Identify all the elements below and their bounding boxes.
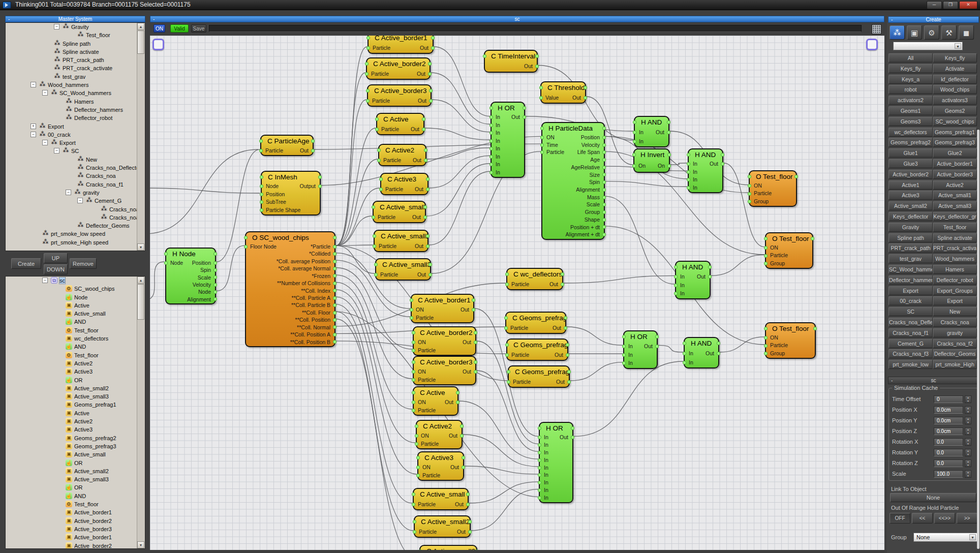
tree-item-New[interactable]: ⁂New <box>6 156 145 164</box>
input-port[interactable] <box>687 178 690 181</box>
input-port[interactable] <box>415 442 418 446</box>
tree-item-SC_Wood_hammers[interactable]: −⁂SC_Wood_hammers <box>6 89 145 97</box>
on-button[interactable]: ON <box>154 24 165 33</box>
create-button-Cracks_noa_f2[interactable]: Cracks_noa_f2 <box>933 339 977 348</box>
tree-item-label[interactable]: Active_border1 <box>74 509 112 515</box>
input-port[interactable] <box>260 185 263 188</box>
tree-item-Active_border3[interactable]: ▣Active_border3 <box>6 525 145 533</box>
tree-item-label[interactable]: Geoms_prefrag1 <box>74 402 116 408</box>
cube-icon[interactable]: ◼ <box>959 25 974 40</box>
field-Rotation_Z[interactable]: 0.0 <box>934 459 963 467</box>
output-port[interactable] <box>602 173 606 176</box>
node-C_Active_small2[interactable]: C Active_small2ParticleOut <box>414 515 471 538</box>
tree-item-00_crack[interactable]: −⁂00_crack <box>6 131 145 139</box>
tree-item-Spline_activate[interactable]: ⁂Spline activate <box>6 48 145 56</box>
create-button-Glue2[interactable]: Glue2 <box>933 148 977 158</box>
input-port[interactable] <box>674 275 678 279</box>
output-port[interactable] <box>426 188 430 191</box>
tree-item-Active_border2[interactable]: ▣Active_border2 <box>6 517 145 525</box>
node-C_Active[interactable]: C ActiveParticleOut <box>376 113 424 135</box>
create-button-Geoms1[interactable]: Geoms1 <box>889 106 933 115</box>
tree-item-Active3[interactable]: ▣Active3 <box>6 367 145 376</box>
valid-button[interactable]: Valid <box>170 24 189 33</box>
input-port[interactable] <box>687 170 690 174</box>
scroll-up-icon[interactable]: ▲ <box>137 276 144 284</box>
output-port[interactable] <box>523 115 526 119</box>
node-C_Active_small[interactable]: C Active_smallParticleOut <box>373 201 426 223</box>
output-port[interactable] <box>571 436 574 439</box>
tree-item-AND[interactable]: ☝AND <box>6 343 145 351</box>
tree-item-label[interactable]: Active3 <box>74 426 93 433</box>
tree-item-Test_floor[interactable]: ⚙Test_floor <box>6 500 145 508</box>
tree-item-Cracks_noa[interactable]: ⁂Cracks_noa <box>6 172 145 180</box>
tree-item-label[interactable]: Cracks_noa_f1 <box>86 181 124 188</box>
output-port[interactable] <box>333 325 336 329</box>
canvas-header[interactable]: - sc <box>150 16 884 22</box>
output-port[interactable] <box>311 149 315 152</box>
output-title-port[interactable] <box>460 424 464 428</box>
input-port[interactable] <box>373 244 376 248</box>
tree-item-Gravity[interactable]: −⁂Gravity <box>6 23 145 31</box>
output-title-port[interactable] <box>423 205 427 209</box>
tree-item-label[interactable]: Active_small <box>74 451 106 457</box>
scroll-down-icon[interactable]: ▼ <box>137 541 144 548</box>
tree-item-Cracks_noa_f3[interactable]: ⁂Cracks_noa_f3 <box>6 213 145 222</box>
tree-item-label[interactable]: sc <box>59 278 65 284</box>
input-title-port[interactable] <box>748 175 751 178</box>
output-port[interactable] <box>333 303 336 307</box>
output-port[interactable] <box>667 164 671 168</box>
node-H_AND[interactable]: H ANDInOutInIn <box>675 261 711 299</box>
tree-item-OR[interactable]: ☝OR <box>6 459 145 467</box>
create-button-SC_wood_chips[interactable]: SC_wood_chips <box>933 117 977 126</box>
output-port[interactable] <box>428 273 432 276</box>
create-button-Active_small3[interactable]: Active_small3 <box>933 201 977 210</box>
oor-button-0[interactable]: OFF <box>890 513 910 524</box>
input-title-port[interactable] <box>410 298 413 302</box>
tree-item-label[interactable]: test_grav <box>63 74 85 80</box>
create-button-Glue1[interactable]: Glue1 <box>889 148 933 158</box>
input-port[interactable] <box>412 503 415 506</box>
input-port[interactable] <box>375 128 379 131</box>
input-port[interactable] <box>674 284 678 287</box>
create-dynset-button[interactable]: Create <box>11 258 41 269</box>
output-title-port[interactable] <box>523 106 526 110</box>
output-title-port[interactable] <box>428 263 432 266</box>
create-button-Activate[interactable]: Activate <box>933 64 977 73</box>
output-title-port[interactable] <box>567 370 571 374</box>
output-port[interactable] <box>213 275 217 279</box>
tree-item-label[interactable]: AND <box>74 344 86 350</box>
create-button-Wood_chips[interactable]: Wood_chips <box>933 85 977 94</box>
input-title-port[interactable] <box>418 549 422 550</box>
create-rollout-header[interactable]: - Create <box>888 16 979 23</box>
collapse-icon[interactable]: - <box>153 16 155 22</box>
tree-item-label[interactable]: PRT_crack_activate <box>63 65 112 71</box>
input-port[interactable] <box>489 171 493 174</box>
output-title-port[interactable] <box>708 265 712 269</box>
field-Time_Offset[interactable]: 0 <box>934 395 963 403</box>
collapse-expander-icon[interactable]: − <box>30 82 36 87</box>
input-title-port[interactable] <box>540 127 544 130</box>
input-port[interactable] <box>764 352 768 355</box>
input-title-port[interactable] <box>372 205 375 209</box>
input-title-port[interactable] <box>366 89 370 93</box>
input-port[interactable] <box>259 149 263 152</box>
input-port[interactable] <box>504 326 508 330</box>
tree-item-label[interactable]: Cracks_noa_Deflector <box>86 165 141 171</box>
spinner-arrows[interactable]: ▲▼ <box>965 417 971 424</box>
create-button-Active_small2[interactable]: Active_small2 <box>889 201 933 210</box>
node-C_Threshold[interactable]: C ThresholdValueOut <box>540 81 586 104</box>
tree-item-label[interactable]: Cement_G <box>95 198 121 204</box>
field-Rotation_Y[interactable]: 0.0 <box>934 449 963 456</box>
output-title-port[interactable] <box>462 456 465 459</box>
output-port[interactable] <box>567 380 571 384</box>
wrench-icon[interactable]: ⚒ <box>941 25 957 40</box>
output-port[interactable] <box>423 216 427 219</box>
node-H_OR[interactable]: H ORInOutInInInInInInIn <box>491 102 525 178</box>
node-H_Node[interactable]: H NodeNodePositionSpinScaleVelocityNodeA… <box>165 248 216 304</box>
create-button-Cracks_noa_Deflector[interactable]: Cracks_noa_Deflector <box>889 318 933 327</box>
input-port[interactable] <box>413 530 416 534</box>
link-to-object-none-button[interactable]: None <box>890 493 976 502</box>
output-port[interactable] <box>602 196 606 199</box>
tree-item-Active_small3[interactable]: ▣Active_small3 <box>6 392 145 401</box>
create-button-Cracks_noa_f3[interactable]: Cracks_noa_f3 <box>889 349 933 358</box>
